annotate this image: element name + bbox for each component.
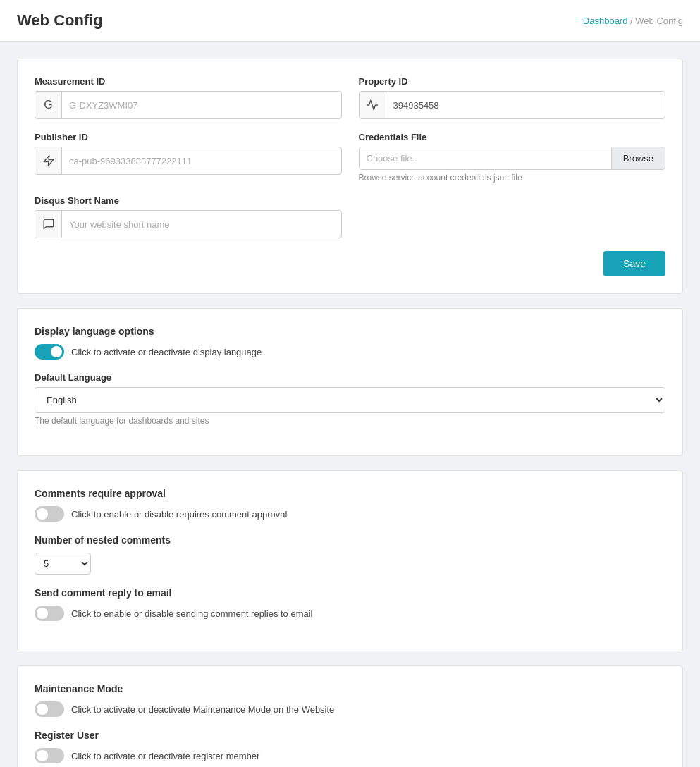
credentials-file-text: Choose file.. [360,147,611,169]
default-language-label: Default Language [35,372,665,383]
publisher-id-label: Publisher ID [35,132,342,142]
nested-comments-section: Number of nested comments 1 2 3 4 5 6 7 … [35,534,665,575]
register-user-slider [35,748,64,763]
comments-approval-toggle-row: Click to enable or disable requires comm… [35,506,665,522]
publisher-credentials-row: Publisher ID Credentials File Choose fil… [35,132,665,183]
maintenance-mode-label: Click to activate or deactivate Maintena… [71,704,334,715]
comments-card: Comments require approval Click to enabl… [17,470,683,651]
publisher-id-input-wrapper [35,147,342,175]
disqus-group: Disqus Short Name [35,195,342,238]
disqus-placeholder-group [359,195,666,238]
analytics-config-card: Measurement ID G Property ID [17,59,683,294]
display-language-slider [35,344,64,360]
disqus-icon [35,211,62,238]
comments-approval-title: Comments require approval [35,488,665,499]
save-button[interactable]: Save [603,251,665,276]
nested-comments-title: Number of nested comments [35,534,665,546]
disqus-input-wrapper [35,210,342,238]
measurement-id-input-wrapper: G [35,91,342,119]
display-language-toggle[interactable] [35,344,64,360]
maintenance-mode-section: Maintenance Mode Click to activate or de… [35,683,665,717]
publisher-id-icon [35,147,62,174]
measurement-id-input[interactable] [62,94,341,116]
save-row: Save [35,251,665,276]
publisher-id-input[interactable] [62,150,341,172]
reply-email-toggle[interactable] [35,606,64,621]
display-language-title: Display language options [35,326,665,337]
property-id-input-wrapper [359,91,666,119]
breadcrumb-dashboard-link[interactable]: Dashboard [583,16,628,26]
credentials-file-input-wrapper: Choose file.. Browse [359,147,666,170]
breadcrumb: Dashboard / Web Config [583,16,683,26]
display-language-toggle-row: Click to activate or deactivate display … [35,344,665,360]
measurement-property-row: Measurement ID G Property ID [35,76,665,119]
site-settings-card: Maintenance Mode Click to activate or de… [17,665,683,767]
measurement-id-group: Measurement ID G [35,76,342,119]
property-id-label: Property ID [359,76,666,87]
default-language-select-wrapper: English French Spanish German Arabic [35,387,665,413]
comments-approval-label: Click to enable or disable requires comm… [71,509,287,520]
default-language-help-text: The default language for dashboards and … [35,416,665,426]
register-user-label: Click to activate or deactivate register… [71,751,259,761]
breadcrumb-current: Web Config [635,16,683,26]
comments-approval-toggle[interactable] [35,506,64,522]
nested-comments-select[interactable]: 1 2 3 4 5 6 7 8 9 10 [35,553,91,575]
page-header: Web Config Dashboard / Web Config [0,0,700,42]
default-language-section: Default Language English French Spanish … [35,372,665,426]
maintenance-mode-toggle[interactable] [35,701,64,717]
display-language-toggle-label: Click to activate or deactivate display … [71,347,262,357]
display-language-card: Display language options Click to activa… [17,308,683,456]
maintenance-mode-toggle-row: Click to activate or deactivate Maintena… [35,701,665,717]
reply-email-toggle-row: Click to enable or disable sending comme… [35,606,665,621]
measurement-id-icon: G [35,92,62,118]
register-user-toggle-row: Click to activate or deactivate register… [35,748,665,763]
register-user-toggle[interactable] [35,748,64,763]
credentials-file-label: Credentials File [359,132,666,142]
property-id-input[interactable] [386,94,665,116]
property-id-group: Property ID [359,76,666,119]
breadcrumb-separator: / [630,16,633,26]
comments-approval-slider [35,506,64,522]
maintenance-mode-title: Maintenance Mode [35,683,665,694]
browse-button[interactable]: Browse [611,147,665,169]
maintenance-mode-slider [35,701,64,717]
property-id-icon [360,92,386,118]
svg-marker-0 [44,156,54,166]
register-user-section: Register User Click to activate or deact… [35,730,665,763]
disqus-row: Disqus Short Name [35,195,665,238]
page-title: Web Config [17,11,103,30]
credentials-file-group: Credentials File Choose file.. Browse Br… [359,132,666,183]
display-language-toggle-section: Display language options Click to activa… [35,326,665,360]
reply-email-title: Send comment reply to email [35,587,665,599]
publisher-id-group: Publisher ID [35,132,342,183]
reply-email-slider [35,606,64,621]
credentials-help-text: Browse service account credentials json … [359,173,666,183]
reply-email-section: Send comment reply to email Click to ena… [35,587,665,621]
default-language-select[interactable]: English French Spanish German Arabic [35,387,665,413]
comments-require-approval-section: Comments require approval Click to enabl… [35,488,665,522]
reply-email-label: Click to enable or disable sending comme… [71,608,313,619]
register-user-title: Register User [35,730,665,741]
disqus-input[interactable] [62,214,341,235]
disqus-label: Disqus Short Name [35,195,342,206]
measurement-id-label: Measurement ID [35,76,342,87]
